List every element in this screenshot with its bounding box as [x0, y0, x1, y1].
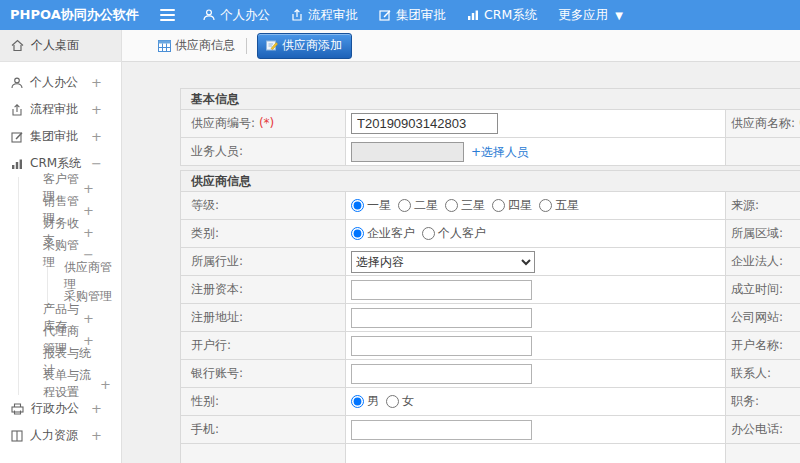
- table-row: 性别: 男女 职务:: [181, 388, 800, 416]
- registered-capital-label: 注册资本:: [181, 276, 346, 304]
- mobile-input[interactable]: [351, 420, 532, 440]
- level-radio-1star[interactable]: [351, 199, 364, 212]
- app-window: PHPOA协同办公软件 个人办公 流程审批 集团审批: [0, 0, 800, 463]
- app-logo: PHPOA协同办公软件: [0, 6, 128, 24]
- collapse-minus-icon[interactable]: −: [91, 156, 102, 171]
- expand-plus-icon[interactable]: +: [91, 401, 102, 416]
- hamburger-menu-icon[interactable]: [160, 9, 175, 21]
- table-icon: [158, 40, 171, 52]
- section-title-supplier: 供应商信息: [181, 171, 800, 192]
- sidebar-item-workflow-approval[interactable]: 流程审批 +: [0, 96, 121, 123]
- nav-label: 个人办公: [220, 7, 270, 24]
- sidebar-item-label: 流程审批: [30, 101, 78, 118]
- expand-plus-icon[interactable]: +: [83, 311, 94, 326]
- sidebar-item-hr[interactable]: 人力资源 +: [0, 422, 121, 449]
- table-row: 所属行业: 选择内容 企业法人:: [181, 248, 800, 276]
- share-up-icon: [291, 9, 303, 21]
- sidebar-item-form-flow-settings[interactable]: 表单与流程设置 +: [19, 373, 121, 395]
- expand-plus-icon[interactable]: +: [100, 377, 111, 392]
- expand-plus-icon[interactable]: +: [91, 129, 102, 144]
- sidebar-item-personal-desktop[interactable]: 个人桌面: [0, 30, 121, 62]
- top-header: PHPOA协同办公软件 个人办公 流程审批 集团审批: [0, 0, 800, 30]
- table-row: 等级: 一星二星三星四星五星 来源:: [181, 192, 800, 220]
- level-radio-3star[interactable]: [445, 199, 458, 212]
- supplier-no-label: 供应商编号: (*): [181, 110, 346, 138]
- bar-chart-icon: [11, 158, 23, 170]
- chevron-down-icon: ▼: [615, 10, 623, 21]
- sidebar-item-personal-office[interactable]: 个人办公 +: [0, 69, 121, 96]
- expand-plus-icon[interactable]: +: [91, 428, 102, 443]
- sidebar-item-label: CRM系统: [30, 155, 81, 172]
- level-radio-5star[interactable]: [539, 199, 552, 212]
- account-name-label: 开户名称:: [726, 332, 800, 360]
- level-radio-4star[interactable]: [492, 199, 505, 212]
- level-radio-2star[interactable]: [398, 199, 411, 212]
- edit-square-icon: [379, 9, 391, 21]
- registered-address-input[interactable]: [351, 308, 532, 328]
- category-label: 类别:: [181, 220, 346, 248]
- level-label: 等级:: [181, 192, 346, 220]
- category-radio-personal[interactable]: [422, 227, 435, 240]
- book-icon: [11, 430, 23, 442]
- staff-input: [351, 142, 464, 162]
- nav-label: 更多应用: [558, 7, 608, 24]
- website-label: 公司网站:: [726, 304, 800, 332]
- sidebar-item-label: 个人办公: [30, 74, 78, 91]
- office-phone-label: 办公电话:: [726, 416, 800, 444]
- gender-radio-male[interactable]: [351, 395, 364, 408]
- supplier-name-label: 供应商名称: (*): [726, 110, 800, 138]
- select-staff-link[interactable]: +选择人员: [471, 145, 529, 159]
- table-row: 开户行: 开户名称:: [181, 332, 800, 360]
- user-icon: [203, 9, 215, 21]
- tab-supplier-info[interactable]: 供应商信息: [158, 37, 235, 54]
- gender-radio-female[interactable]: [386, 395, 399, 408]
- tab-bar: 供应商信息 供应商添加: [122, 30, 800, 62]
- bank-account-label: 银行账号:: [181, 360, 346, 388]
- bank-account-input[interactable]: [351, 364, 532, 384]
- table-row: 类别: 企业客户个人客户 所属区域:: [181, 220, 800, 248]
- supplier-info-table: 供应商信息 等级: 一星二星三星四星五星 来源: 类别: 企业客户个人客户 所属…: [180, 170, 800, 463]
- nav-crm-system[interactable]: CRM系统: [467, 7, 537, 24]
- table-row: 业务人员: +选择人员: [181, 138, 800, 166]
- nav-more-apps[interactable]: 更多应用 ▼: [558, 7, 623, 24]
- tab-label: 供应商信息: [175, 37, 235, 54]
- gender-label: 性别:: [181, 388, 346, 416]
- registered-capital-input[interactable]: [351, 280, 532, 300]
- expand-plus-icon[interactable]: +: [83, 181, 94, 196]
- table-row: 供应商编号: (*) 供应商名称: (*): [181, 110, 800, 138]
- sidebar-item-admin-office[interactable]: 行政办公 +: [0, 395, 121, 422]
- table-row: 注册地址: 公司网站:: [181, 304, 800, 332]
- sidebar-item-label: 行政办公: [31, 400, 79, 417]
- nav-label: CRM系统: [484, 7, 537, 24]
- sidebar-item-label: 表单与流程设置: [43, 367, 100, 401]
- expand-plus-icon[interactable]: +: [91, 75, 102, 90]
- bank-input[interactable]: [351, 336, 532, 356]
- form-content: 基本信息 供应商编号: (*) 供应商名称: (*): [122, 62, 800, 463]
- category-radio-group: 企业客户个人客户: [346, 220, 726, 248]
- expand-plus-icon[interactable]: +: [83, 225, 94, 240]
- printer-icon: [11, 403, 24, 415]
- supplier-no-input[interactable]: [351, 113, 498, 134]
- founded-date-label: 成立时间:: [726, 276, 800, 304]
- required-mark: (*): [259, 116, 274, 130]
- region-label: 所属区域:: [726, 220, 800, 248]
- expand-plus-icon[interactable]: +: [83, 203, 94, 218]
- level-radio-group: 一星二星三星四星五星: [346, 192, 726, 220]
- nav-label: 流程审批: [308, 7, 358, 24]
- nav-label: 集团审批: [396, 7, 446, 24]
- category-radio-enterprise[interactable]: [351, 227, 364, 240]
- sidebar-item-group-approval[interactable]: 集团审批 +: [0, 123, 121, 150]
- sidebar-item-label: 人力资源: [30, 427, 78, 444]
- nav-personal-office[interactable]: 个人办公: [203, 7, 270, 24]
- nav-group-approval[interactable]: 集团审批: [379, 7, 446, 24]
- nav-workflow-approval[interactable]: 流程审批: [291, 7, 358, 24]
- tab-label: 供应商添加: [282, 37, 342, 54]
- legal-person-label: 企业法人:: [726, 248, 800, 276]
- tab-supplier-add-active[interactable]: 供应商添加: [257, 33, 352, 59]
- expand-plus-icon[interactable]: +: [91, 102, 102, 117]
- staff-label: 业务人员:: [181, 138, 346, 166]
- gender-radio-group: 男女: [346, 388, 726, 416]
- industry-select[interactable]: 选择内容: [351, 251, 535, 273]
- registered-address-label: 注册地址:: [181, 304, 346, 332]
- bank-label: 开户行:: [181, 332, 346, 360]
